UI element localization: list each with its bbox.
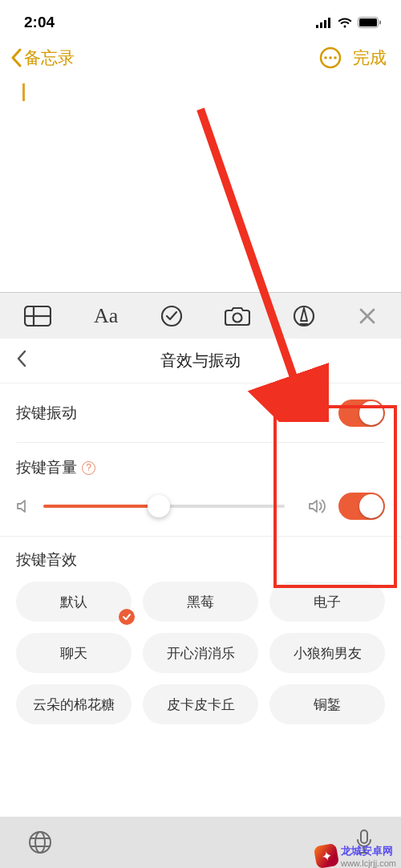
effects-label: 按键音效: [16, 551, 77, 568]
svg-point-8: [324, 56, 327, 59]
svg-point-18: [35, 832, 45, 853]
vibration-label: 按键振动: [16, 403, 77, 424]
wifi-icon: [337, 17, 353, 28]
svg-rect-3: [328, 18, 330, 28]
sound-chip[interactable]: 默认: [16, 582, 132, 622]
watermark: ✦ 龙城安卓网 www.lcjrjj.com: [315, 844, 396, 868]
text-format-icon[interactable]: Aa: [94, 304, 118, 328]
selected-badge-icon: [119, 609, 135, 625]
svg-point-9: [329, 56, 332, 59]
nav-bar: 备忘录 完成: [0, 40, 401, 75]
globe-icon[interactable]: [27, 829, 53, 855]
status-icons: [316, 17, 382, 28]
slider-fill: [43, 505, 159, 508]
svg-point-14: [162, 306, 181, 326]
speaker-low-icon: [16, 498, 32, 514]
sound-chip[interactable]: 黑莓: [143, 582, 258, 622]
close-icon[interactable]: [358, 306, 377, 326]
volume-label: 按键音量: [16, 457, 77, 478]
camera-icon[interactable]: [225, 306, 250, 327]
checklist-icon[interactable]: [160, 305, 183, 327]
help-icon[interactable]: ?: [82, 461, 95, 475]
sound-chip[interactable]: 云朵的棉花糖: [16, 684, 132, 724]
nav-back[interactable]: 备忘录: [8, 47, 75, 69]
svg-point-15: [233, 313, 242, 322]
svg-rect-1: [320, 22, 322, 28]
svg-rect-0: [316, 25, 318, 28]
status-time: 2:04: [24, 14, 55, 31]
watermark-url: www.lcjrjj.com: [341, 858, 396, 868]
watermark-icon: ✦: [314, 843, 339, 868]
panel-back-button[interactable]: [16, 350, 27, 372]
annotation-box: [273, 405, 397, 588]
battery-icon: [358, 17, 382, 28]
format-toolbar: Aa: [0, 292, 401, 339]
svg-point-10: [334, 56, 337, 59]
panel-title: 音效与振动: [160, 350, 241, 371]
sound-chip[interactable]: 皮卡皮卡丘: [143, 684, 258, 724]
svg-rect-2: [324, 20, 326, 28]
nav-done-button[interactable]: 完成: [353, 47, 387, 69]
svg-point-17: [30, 832, 51, 853]
nav-back-label: 备忘录: [24, 47, 75, 69]
chevron-left-icon: [8, 48, 24, 67]
markup-icon[interactable]: [293, 305, 315, 327]
chevron-left-icon: [16, 350, 27, 367]
svg-rect-21: [361, 830, 367, 843]
sound-chip[interactable]: 铜錾: [269, 684, 385, 724]
slider-thumb[interactable]: [148, 495, 170, 517]
more-icon[interactable]: [319, 47, 342, 69]
svg-rect-5: [359, 18, 377, 26]
watermark-brand: 龙城安卓网: [341, 844, 396, 858]
panel-header: 音效与振动: [0, 339, 401, 383]
volume-slider[interactable]: [43, 505, 285, 508]
status-bar: 2:04: [0, 0, 401, 40]
note-editor[interactable]: [0, 75, 401, 292]
svg-rect-6: [379, 21, 381, 25]
text-cursor: [22, 83, 25, 101]
sound-chip[interactable]: 小狼狗男友: [269, 633, 385, 673]
sound-chip[interactable]: 聊天: [16, 633, 132, 673]
sound-chip[interactable]: 开心消消乐: [143, 633, 258, 673]
table-icon[interactable]: [24, 306, 51, 327]
cellular-icon: [316, 18, 332, 28]
